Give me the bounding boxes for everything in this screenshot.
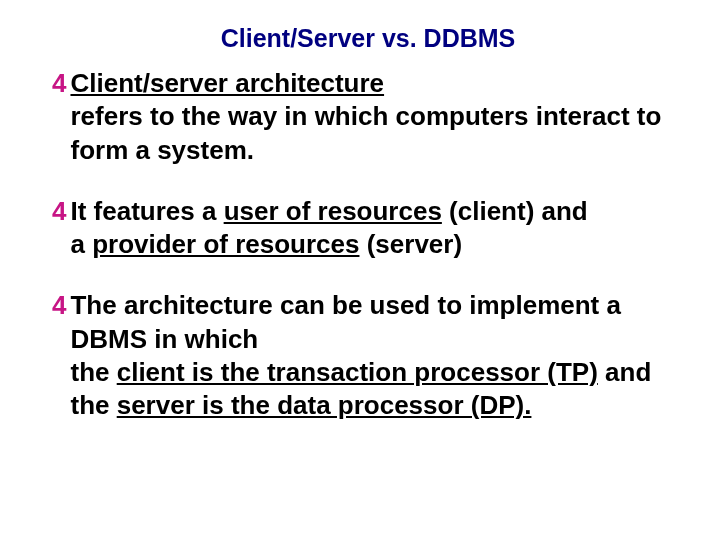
bullet-lead: Client/server architecture: [70, 68, 384, 98]
slide: Client/Server vs. DDBMS 4 Client/server …: [0, 0, 720, 540]
bullet-text: The architecture can be used to implemen…: [70, 289, 684, 422]
bullet-glyph-icon: 4: [52, 67, 66, 100]
bullet-glyph-icon: 4: [52, 195, 66, 228]
text-run: a: [70, 229, 92, 259]
text-run: The architecture can be used to implemen…: [70, 290, 620, 353]
bullet-item: 4 Client/server architecture refers to t…: [52, 67, 684, 167]
bullet-item: 4 The architecture can be used to implem…: [52, 289, 684, 422]
slide-title: Client/Server vs. DDBMS: [52, 24, 684, 53]
bullet-rest: refers to the way in which computers int…: [70, 101, 661, 164]
text-run: (client) and: [442, 196, 588, 226]
text-underline: provider of resources: [92, 229, 359, 259]
bullet-glyph-icon: 4: [52, 289, 66, 322]
bullet-text: It features a user of resources (client)…: [70, 195, 684, 262]
text-run: It features a: [70, 196, 223, 226]
text-underline: client is the transaction processor (TP): [117, 357, 598, 387]
text-underline: user of resources: [224, 196, 442, 226]
bullet-item: 4 It features a user of resources (clien…: [52, 195, 684, 262]
text-run: the: [70, 357, 116, 387]
text-run: (server): [359, 229, 462, 259]
bullet-text: Client/server architecture refers to the…: [70, 67, 684, 167]
text-underline: server is the data processor (DP).: [117, 390, 532, 420]
